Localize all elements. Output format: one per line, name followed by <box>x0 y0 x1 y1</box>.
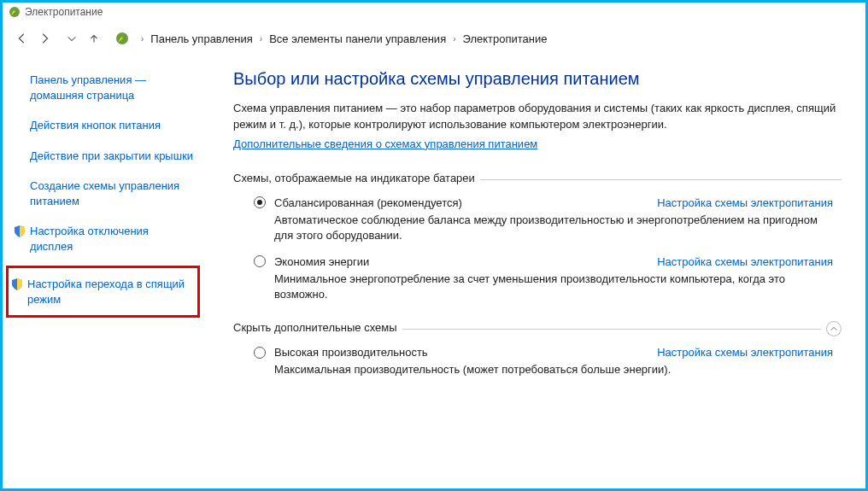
sidebar-item-display-off[interactable]: Настройка отключения дисплея <box>11 220 199 257</box>
sidebar-item-power-buttons[interactable]: Действия кнопок питания <box>11 114 199 137</box>
back-button[interactable] <box>11 27 33 50</box>
plan-radio-power-saver[interactable] <box>254 255 266 267</box>
power-options-icon <box>8 5 21 19</box>
shield-icon <box>13 225 26 238</box>
plan-balanced: Сбалансированная (рекомендуется) Настрой… <box>254 196 833 243</box>
up-button[interactable] <box>83 27 105 50</box>
plan-name: Экономия энергии <box>274 255 369 268</box>
page-title: Выбор или настройка схемы управления пит… <box>233 69 842 89</box>
breadcrumb-item[interactable]: Электропитание <box>463 32 548 45</box>
plan-radio-high-performance[interactable] <box>254 347 266 359</box>
change-plan-settings-link[interactable]: Настройка схемы электропитания <box>657 196 833 209</box>
plan-radio-balanced[interactable] <box>254 196 266 208</box>
breadcrumb-item[interactable]: Панель управления <box>150 32 252 45</box>
navbar: › Панель управления › Все элементы панел… <box>3 21 865 56</box>
sidebar-item-home[interactable]: Панель управления — домашняя страница <box>11 69 199 106</box>
collapse-button[interactable] <box>826 321 842 336</box>
plan-name: Высокая производительность <box>274 346 428 359</box>
intro-text: Схема управления питанием — это набор па… <box>233 101 842 133</box>
learn-more-link[interactable]: Дополнительные сведения о схемах управле… <box>233 137 537 150</box>
chevron-right-icon[interactable]: › <box>260 34 262 44</box>
change-plan-settings-link[interactable]: Настройка схемы электропитания <box>657 346 833 359</box>
shield-icon <box>10 278 24 291</box>
sidebar-item-label: Действия кнопок питания <box>30 118 161 133</box>
plan-name: Сбалансированная (рекомендуется) <box>274 196 462 209</box>
recent-dropdown[interactable] <box>61 27 83 50</box>
sidebar-item-sleep[interactable]: Настройка перехода в спящий режим <box>6 266 200 318</box>
plan-description: Автоматическое соблюдение баланса между … <box>274 213 833 243</box>
chevron-right-icon[interactable]: › <box>141 34 144 44</box>
additional-plans: Скрыть дополнительные схемы Высокая прои… <box>233 321 842 377</box>
breadcrumb[interactable]: › Панель управления › Все элементы панел… <box>114 30 548 47</box>
window-title: Электропитание <box>25 6 103 18</box>
main-content: Выбор или настройка схемы управления пит… <box>208 69 848 488</box>
sidebar-item-create-plan[interactable]: Создание схемы управления питанием <box>11 175 199 212</box>
power-options-icon <box>114 30 131 47</box>
sidebar-item-lid-close[interactable]: Действие при закрытии крышки <box>11 145 199 167</box>
plan-description: Максимальная производительность (может п… <box>274 362 833 377</box>
sidebar-item-label: Создание схемы управления питанием <box>30 178 194 208</box>
sidebar-item-label: Панель управления — домашняя страница <box>30 73 194 102</box>
sidebar-item-label: Настройка перехода в спящий режим <box>27 277 192 307</box>
section-legend: Скрыть дополнительные схемы <box>233 321 402 334</box>
section-legend: Схемы, отображаемые на индикаторе батаре… <box>233 172 480 184</box>
plans-on-battery-meter: Схемы, отображаемые на индикаторе батаре… <box>233 172 842 303</box>
titlebar: Электропитание <box>3 3 865 21</box>
forward-button[interactable] <box>33 27 56 50</box>
plan-power-saver: Экономия энергии Настройка схемы электро… <box>254 255 833 302</box>
plan-description: Минимальное энергопотребление за счет ум… <box>274 272 833 302</box>
sidebar: Панель управления — домашняя страница Де… <box>11 69 208 488</box>
plan-high-performance: Высокая производительность Настройка схе… <box>254 346 833 377</box>
breadcrumb-item[interactable]: Все элементы панели управления <box>269 32 446 45</box>
change-plan-settings-link[interactable]: Настройка схемы электропитания <box>657 255 833 268</box>
chevron-right-icon[interactable]: › <box>453 34 455 44</box>
sidebar-item-label: Действие при закрытии крышки <box>30 149 193 164</box>
sidebar-item-label: Настройка отключения дисплея <box>30 224 194 254</box>
